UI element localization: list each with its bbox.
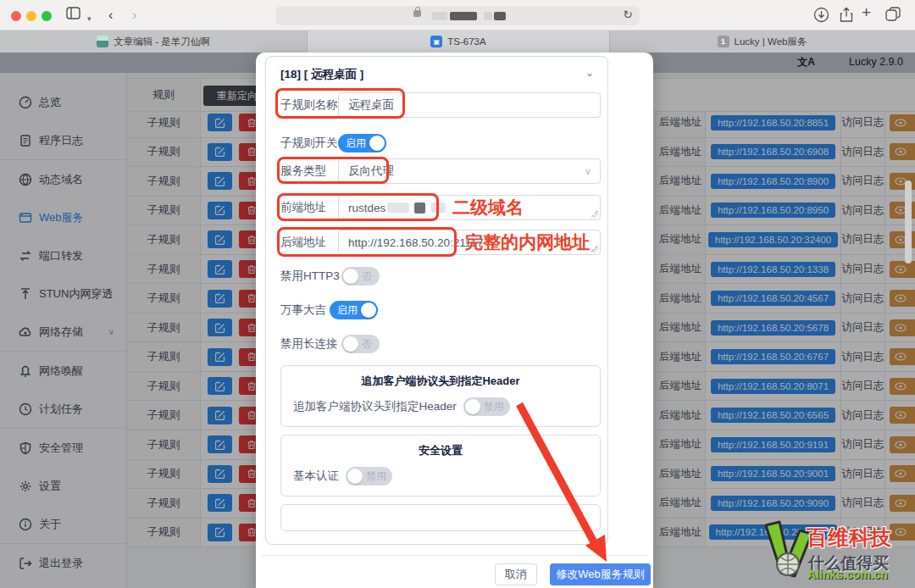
chevron-down-icon: ∨ — [585, 166, 591, 177]
article-avatar-icon — [97, 36, 108, 47]
switch-text: 否 — [362, 337, 372, 352]
annotation-box-name — [275, 88, 405, 119]
resize-handle[interactable] — [591, 210, 598, 218]
switch-knob — [361, 302, 376, 318]
address-bar[interactable]: ↻ — [275, 6, 640, 25]
empty-group — [280, 504, 601, 531]
tab-label: 文章编辑 - 是羊刀仙啊 — [114, 36, 210, 48]
zoom-window-button[interactable] — [42, 11, 52, 21]
reload-icon[interactable]: ↻ — [623, 8, 633, 21]
redacted-url-block — [432, 12, 447, 20]
sidebar-icon[interactable] — [66, 7, 80, 24]
annotation-frontend-note: 二级域名 — [452, 196, 524, 219]
switch-label: 子规则开关 — [280, 130, 338, 156]
new-tab-icon[interactable]: + — [862, 4, 871, 21]
annotation-box-frontend — [277, 193, 439, 221]
submit-button[interactable]: 修改Web服务规则 — [550, 563, 651, 585]
resize-handle[interactable] — [591, 245, 598, 252]
annotation-box-backend — [277, 227, 457, 257]
sub-rule-collapse-card: [18] [ 远程桌面 ] ⌄ 子规则名称 远程桌面 子规则开关 启用 服务类型… — [265, 56, 608, 545]
http3-label: 禁用HTTP3 — [280, 263, 340, 289]
browser-tab-article[interactable]: 文章编辑 - 是羊刀仙啊 — [0, 31, 308, 53]
keepalive-switch[interactable]: 否 — [341, 335, 380, 353]
switch-knob — [343, 269, 358, 284]
watermark: 百维科技 什么值得买 Alinks.com.cn — [761, 513, 915, 588]
lucky-switch[interactable]: 启用 — [330, 301, 378, 319]
header-append-group: 追加客户端协议头到指定Header 追加客户端协议头到指定Header 禁用 — [280, 365, 601, 427]
group-title: 追加客户端协议头到指定Header — [281, 374, 600, 389]
annotation-box-type — [277, 157, 389, 184]
header-append-switch[interactable]: 禁用 — [463, 397, 510, 416]
screen: ▾ ‹ › ↻ + 文章编辑 - 是羊刀仙啊 ▣ TS-673A 1 Lucky… — [0, 0, 915, 588]
share-icon[interactable] — [839, 7, 854, 27]
switch-text: 启用 — [337, 303, 358, 318]
header-append-label: 追加客户端协议头到指定Header — [293, 399, 457, 414]
security-group: 安全设置 基本认证 禁用 — [280, 435, 601, 496]
basic-auth-switch[interactable]: 禁用 — [346, 467, 392, 485]
annotation-backend-note: 完整的内网地址 — [465, 230, 590, 254]
switch-knob — [465, 399, 480, 414]
collapse-chevron-icon[interactable]: ⌄ — [585, 67, 594, 79]
forward-icon[interactable]: › — [132, 7, 136, 24]
close-window-button[interactable] — [11, 11, 21, 21]
sub-rule-switch[interactable]: 启用 — [338, 134, 386, 153]
back-icon[interactable]: ‹ — [108, 7, 113, 24]
dialog-footer: 取消 修改Web服务规则 — [261, 555, 649, 588]
tab-count-badge: 1 — [718, 36, 729, 47]
tab-overview-icon[interactable] — [885, 7, 901, 26]
chevron-down-icon[interactable]: ▾ — [87, 10, 92, 27]
redacted-url-block — [450, 12, 477, 20]
tab-label: TS-673A — [447, 36, 485, 47]
collapse-title: [18] [ 远程桌面 ] — [280, 67, 363, 82]
minimize-window-button[interactable] — [26, 11, 36, 21]
browser-tab-ts673a[interactable]: ▣ TS-673A — [308, 31, 610, 53]
keepalive-label: 禁用长连接 — [280, 331, 338, 357]
cancel-button[interactable]: 取消 — [495, 563, 537, 585]
edit-web-rule-dialog: [18] [ 远程桌面 ] ⌄ 子规则名称 远程桌面 子规则开关 启用 服务类型… — [256, 53, 653, 588]
browser-toolbar: ▾ ‹ › ↻ + — [0, 0, 915, 31]
lucky-label: 万事大吉 — [280, 297, 326, 323]
watermark-brand: 百维科技 — [807, 524, 891, 552]
switch-knob — [369, 136, 385, 151]
redacted-url-block — [494, 12, 506, 20]
watermark-domain: Alinks.com.cn — [807, 568, 888, 581]
lock-icon — [413, 10, 421, 17]
basic-auth-label: 基本认证 — [293, 469, 339, 484]
browser-tab-lucky[interactable]: 1 Lucky | Web服务 — [610, 31, 914, 53]
switch-text: 启用 — [346, 136, 366, 151]
browser-tab-bar: 文章编辑 - 是羊刀仙啊 ▣ TS-673A 1 Lucky | Web服务 — [0, 31, 915, 53]
http3-switch[interactable]: 否 — [341, 267, 380, 286]
switch-text: 禁用 — [484, 400, 504, 414]
qnap-icon: ▣ — [430, 36, 442, 47]
download-icon[interactable] — [813, 7, 829, 27]
switch-text: 禁用 — [366, 469, 386, 484]
switch-knob — [343, 336, 358, 352]
group-title: 安全设置 — [281, 443, 600, 458]
tab-label: Lucky | Web服务 — [735, 36, 807, 48]
redacted-url-block — [484, 12, 492, 20]
switch-text: 否 — [362, 269, 372, 284]
page-scrollbar[interactable] — [905, 180, 912, 263]
switch-knob — [347, 469, 363, 484]
